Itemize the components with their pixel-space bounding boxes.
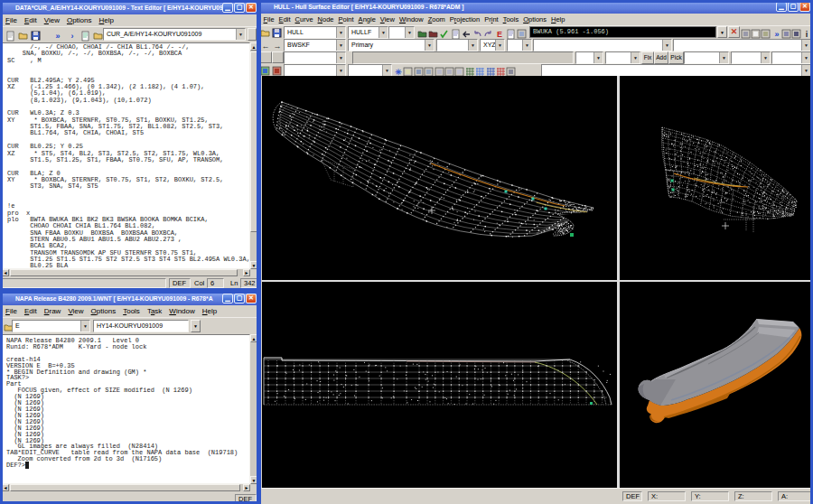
svg-text:»: » [55,32,60,41]
svg-text:←: ← [262,42,270,51]
svg-text:E: E [497,30,502,39]
svg-text:i: i [806,30,808,39]
svg-text:›: › [71,32,74,41]
svg-text:→: → [274,42,282,51]
svg-text:»: » [774,30,779,39]
